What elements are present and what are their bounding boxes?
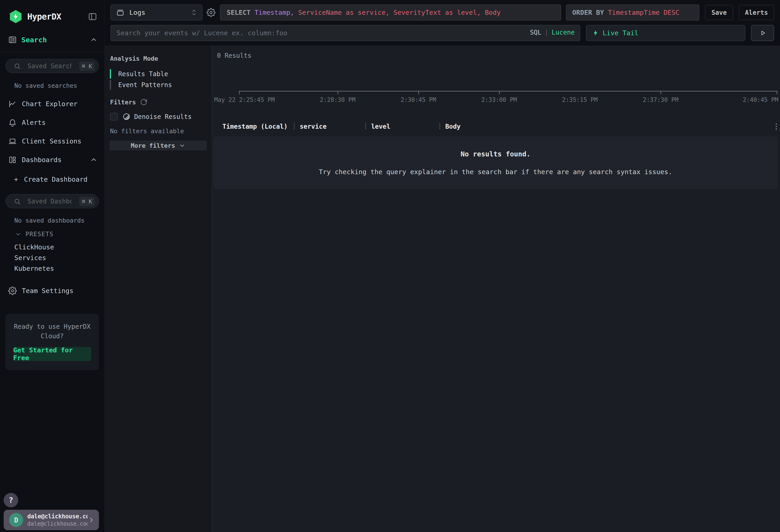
empty-state-title: No results found. <box>460 150 530 158</box>
chevron-down-icon <box>179 142 186 149</box>
saved-dashboards-search: ⌘ K <box>5 194 99 208</box>
tab-results-table[interactable]: Results Table <box>110 68 212 79</box>
column-header-body[interactable]: Body <box>445 123 768 130</box>
tick-label: 2:28:30 PM <box>320 96 356 103</box>
no-saved-searches-note: No saved searches <box>14 82 104 89</box>
results-table-header: Timestamp (Local) service level Body <box>212 120 780 133</box>
tick-label: May 22 2:25:45 PM <box>214 96 275 103</box>
chart-explorer-icon <box>8 100 17 108</box>
sidebar-item-chart-explorer[interactable]: Chart Explorer <box>0 95 104 113</box>
denoise-checkbox[interactable] <box>110 113 118 120</box>
event-search: SQL | Lucene <box>110 25 580 41</box>
sidebar-nav: Chart Explorer Alerts Client Sessions Da… <box>0 95 104 169</box>
dashboards-icon <box>8 155 17 164</box>
tick-label: 2:30:45 PM <box>401 96 436 103</box>
no-filters-note: No filters available <box>110 128 212 135</box>
sidebar-collapse-icon[interactable] <box>88 12 97 21</box>
search-row: SQL | Lucene Live Tail <box>110 25 774 41</box>
filters-header: Filters <box>110 98 212 106</box>
source-select[interactable]: Logs <box>110 5 202 20</box>
live-tail-button[interactable]: Live Tail <box>586 25 745 41</box>
saved-searches-search: ⌘ K <box>5 59 99 73</box>
empty-state-hint: Try checking the query explainer in the … <box>319 168 672 176</box>
no-saved-dashboards-note: No saved dashboards <box>14 217 104 224</box>
lightning-icon <box>593 29 598 37</box>
tick-label: 2:33:00 PM <box>481 96 517 103</box>
column-header-timestamp[interactable]: Timestamp (Local) <box>223 123 300 130</box>
chevron-up-icon[interactable] <box>90 156 98 164</box>
select-chevrons-icon <box>191 8 197 16</box>
order-by-input[interactable]: ORDER BY TimestampTime DESC <box>566 5 699 20</box>
content: Analysis Mode Results Table Event Patter… <box>105 45 780 532</box>
cloud-promo-text: Ready to use HyperDX <box>13 322 91 332</box>
avatar: D <box>9 513 23 527</box>
chevron-up-icon[interactable] <box>90 36 98 44</box>
presets-toggle[interactable]: PRESETS <box>15 231 104 238</box>
timeline-chart[interactable]: May 22 2:25:45 PM 2:28:30 PM 2:30:45 PM … <box>239 59 777 107</box>
sidebar-preset-services[interactable]: Services <box>0 252 104 263</box>
plus-icon: + <box>14 176 18 183</box>
gear-icon <box>8 286 17 295</box>
command-k-shortcut: ⌘ K <box>79 62 95 71</box>
sidebar-preset-clickhouse[interactable]: ClickHouse <box>0 242 104 252</box>
empty-state: No results found. Try checking the query… <box>213 136 778 189</box>
search-input[interactable] <box>110 25 580 41</box>
hyperdx-logo-icon <box>9 10 22 23</box>
refresh-filters-icon[interactable] <box>140 98 147 106</box>
laptop-icon <box>8 137 17 146</box>
sidebar-search-label: Search <box>21 36 90 44</box>
alerts-button[interactable]: Alerts <box>739 5 774 20</box>
tick-label: 2:37:30 PM <box>643 96 679 103</box>
sidebar-item-team-settings[interactable]: Team Settings <box>0 283 104 299</box>
results-area: 0 Results May 22 2:25:45 PM 2:28:30 PM 2… <box>212 45 780 532</box>
more-filters-button[interactable]: More filters <box>110 141 207 150</box>
tick-label: 2:40:45 PM <box>743 96 778 103</box>
command-k-shortcut: ⌘ K <box>79 197 95 206</box>
select-clause-input[interactable]: SELECT Timestamp, ServiceName as service… <box>220 5 561 20</box>
column-header-service[interactable]: service <box>300 123 371 130</box>
source-select-value: Logs <box>130 9 191 16</box>
play-icon <box>759 29 767 37</box>
run-query-button[interactable] <box>751 25 774 41</box>
search-section-icon <box>8 36 17 44</box>
sidebar-preset-kubernetes[interactable]: Kubernetes <box>0 263 104 274</box>
chevron-down-icon <box>15 231 21 237</box>
sidebar-item-client-sessions[interactable]: Client Sessions <box>0 132 104 150</box>
get-started-button[interactable]: Get Started for Free <box>13 347 91 361</box>
sidebar-item-alerts[interactable]: Alerts <box>0 113 104 132</box>
logs-source-icon <box>116 8 125 16</box>
sidebar-item-dashboards[interactable]: Dashboards <box>0 150 104 169</box>
analysis-mode-label: Analysis Mode <box>110 55 212 62</box>
time-axis <box>239 91 777 91</box>
user-email: dale@clickhouse.com <box>27 513 88 520</box>
query-row: Logs SELECT Timestamp, ServiceName as se… <box>110 5 774 20</box>
cloud-promo: Ready to use HyperDX Cloud? Get Started … <box>5 314 99 370</box>
table-options-kebab-icon[interactable] <box>776 124 777 130</box>
analysis-mode-tabs: Results Table Event Patterns <box>110 68 212 90</box>
filters-panel: Analysis Mode Results Table Event Patter… <box>105 45 212 532</box>
app-title: HyperDX <box>27 12 88 21</box>
denoise-results-option[interactable]: Denoise Results <box>110 112 212 121</box>
help-button[interactable]: ? <box>4 493 18 507</box>
chevron-right-icon <box>88 516 95 524</box>
denoise-icon <box>123 112 131 121</box>
sidebar-item-search[interactable]: Search <box>0 36 104 52</box>
column-header-level[interactable]: level <box>371 123 445 130</box>
user-subtitle: dale@clickhouse.com's <box>27 521 88 527</box>
bell-icon <box>8 118 17 127</box>
tab-event-patterns[interactable]: Event Patterns <box>110 79 212 90</box>
user-card[interactable]: D dale@clickhouse.com dale@clickhouse.co… <box>4 510 99 530</box>
save-button[interactable]: Save <box>705 5 733 20</box>
query-language-toggle[interactable]: SQL | Lucene <box>530 29 575 36</box>
logo-row: HyperDX <box>0 0 104 25</box>
results-count: 0 Results <box>217 52 780 59</box>
source-settings-gear-icon[interactable] <box>206 8 215 17</box>
workspace: Logs SELECT Timestamp, ServiceName as se… <box>105 0 780 532</box>
create-dashboard-button[interactable]: + Create Dashboard <box>0 172 104 187</box>
topbar: Logs SELECT Timestamp, ServiceName as se… <box>105 0 780 45</box>
tick-label: 2:35:15 PM <box>562 96 598 103</box>
sidebar: HyperDX Search ⌘ K No saved searches Cha… <box>0 0 105 532</box>
